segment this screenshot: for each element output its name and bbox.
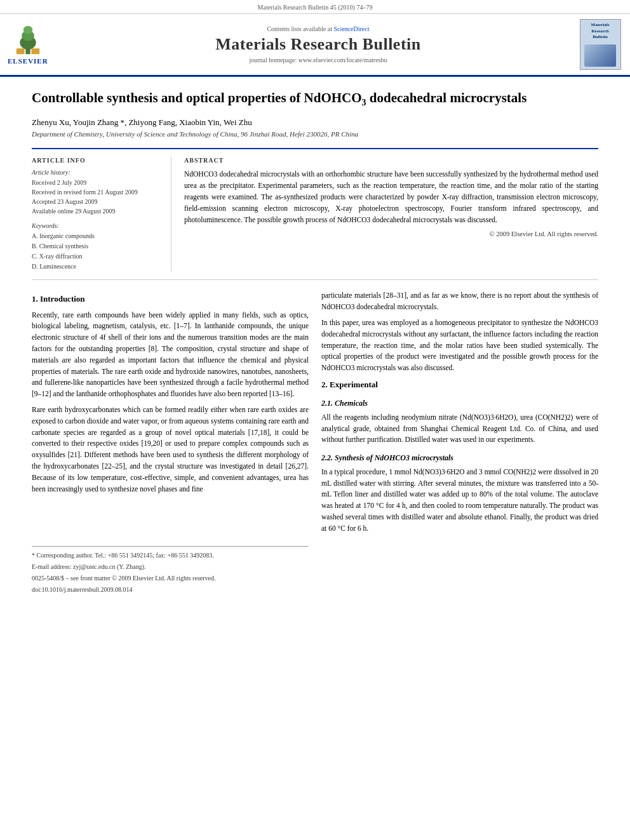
top-bar: Materials Research Bulletin 45 (2010) 74… bbox=[0, 0, 630, 14]
article-history-heading: Article history: bbox=[32, 169, 161, 176]
article-content: Controllable synthesis and optical prope… bbox=[0, 77, 630, 609]
sciencedirect-link[interactable]: ScienceDirect bbox=[333, 25, 369, 32]
right-para-1: In this paper, urea was employed as a ho… bbox=[321, 317, 598, 374]
abstract-text: NdOHCO3 dodecahedral microcrystals with … bbox=[184, 169, 598, 225]
journal-title: Materials Research Bulletin bbox=[215, 35, 421, 54]
page-wrapper: Materials Research Bulletin 45 (2010) 74… bbox=[0, 0, 630, 609]
article-title: Controllable synthesis and optical prope… bbox=[32, 90, 598, 109]
journal-header-right: Materials Research Bulletin bbox=[578, 19, 622, 70]
sciencedirect-line: Contents lists available at ScienceDirec… bbox=[267, 25, 369, 32]
svg-point-3 bbox=[23, 26, 33, 34]
corresponding-author: * Corresponding author. Tel.: +86 551 34… bbox=[32, 550, 309, 560]
right-column: particulate materials [28–31], and as fa… bbox=[321, 290, 598, 596]
svg-rect-5 bbox=[31, 48, 39, 54]
elsevier-tree-icon bbox=[9, 24, 47, 56]
elsevier-text: ELSEVIER bbox=[8, 57, 48, 65]
article-history-section: Article history: Received 2 July 2009 Re… bbox=[32, 169, 161, 216]
keywords-section: Keywords: A. Inorganic compounds B. Chem… bbox=[32, 222, 161, 272]
affiliation: Department of Chemistry, University of S… bbox=[32, 130, 598, 138]
synthesis-heading: 2.2. Synthesis of NdOHCO3 microcrystals bbox=[321, 452, 598, 464]
history-line-1: Received in revised form 21 August 2009 bbox=[32, 187, 161, 197]
journal-cover-image: Materials Research Bulletin bbox=[580, 19, 621, 70]
experimental-heading: 2. Experimental bbox=[321, 378, 598, 391]
chemicals-text: All the reagents including neodymium nit… bbox=[321, 412, 598, 446]
history-line-2: Accepted 23 August 2009 bbox=[32, 197, 161, 206]
citation-text: Materials Research Bulletin 45 (2010) 74… bbox=[258, 4, 373, 11]
issn-line: 0025-5408/$ – see front matter © 2009 El… bbox=[32, 573, 309, 583]
journal-header-left: ELSEVIER bbox=[8, 19, 58, 70]
doi-line: doi:10.1016/j.materresbull.2009.08.014 bbox=[32, 585, 309, 594]
keyword-3: D. Luminescence bbox=[32, 262, 161, 272]
synthesis-text: In a typical procedure, 1 mmol Nd(NO3)3·… bbox=[321, 467, 598, 535]
history-line-3: Available online 29 August 2009 bbox=[32, 206, 161, 216]
journal-header-center: Contents lists available at ScienceDirec… bbox=[65, 19, 572, 70]
journal-header: ELSEVIER Contents lists available at Sci… bbox=[0, 14, 630, 77]
keywords-heading: Keywords: bbox=[32, 222, 161, 229]
introduction-heading: 1. Introduction bbox=[32, 293, 309, 305]
authors: Zhenyu Xu, Youjin Zhang *, Zhiyong Fang,… bbox=[32, 117, 598, 128]
article-info-heading: ARTICLE INFO bbox=[32, 157, 161, 164]
left-column: 1. Introduction Recently, rare earth com… bbox=[32, 290, 309, 596]
email-line: E-mail address: zyj@ustc.edu.cn (Y. Zhan… bbox=[32, 562, 309, 571]
intro-para-0: Recently, rare earth compounds have been… bbox=[32, 310, 309, 401]
abstract-heading: ABSTRACT bbox=[184, 157, 598, 164]
elsevier-logo: ELSEVIER bbox=[8, 24, 48, 65]
keyword-2: C. X-ray diffraction bbox=[32, 251, 161, 262]
chemicals-heading: 2.1. Chemicals bbox=[321, 397, 598, 410]
right-para-0: particulate materials [28–31], and as fa… bbox=[321, 290, 598, 313]
journal-homepage: journal homepage: www.elsevier.com/locat… bbox=[249, 57, 387, 63]
abstract-section: ABSTRACT NdOHCO3 dodecahedral microcryst… bbox=[184, 157, 598, 272]
body-columns: 1. Introduction Recently, rare earth com… bbox=[32, 290, 598, 596]
history-line-0: Received 2 July 2009 bbox=[32, 178, 161, 187]
keyword-1: B. Chemical synthesis bbox=[32, 241, 161, 251]
svg-rect-4 bbox=[17, 48, 25, 54]
copyright-note: © 2009 Elsevier Ltd. All rights reserved… bbox=[184, 230, 598, 237]
footnotes-area: * Corresponding author. Tel.: +86 551 34… bbox=[32, 546, 309, 594]
intro-para-1: Rare earth hydroxycarbonates which can b… bbox=[32, 404, 309, 495]
article-info: ARTICLE INFO Article history: Received 2… bbox=[32, 157, 171, 272]
footnotes: * Corresponding author. Tel.: +86 551 34… bbox=[32, 546, 309, 594]
keyword-0: A. Inorganic compounds bbox=[32, 231, 161, 241]
article-meta-section: ARTICLE INFO Article history: Received 2… bbox=[32, 148, 598, 280]
